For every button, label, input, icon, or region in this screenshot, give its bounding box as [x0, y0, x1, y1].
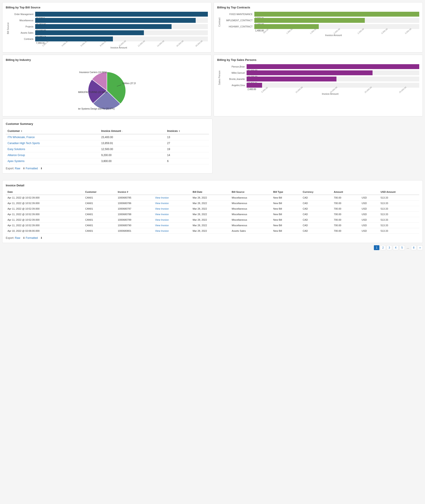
invoice-view-cell[interactable]: View Invoice	[153, 217, 191, 223]
contracts-panel: Billing by Top Contracts Contract FIXED …	[214, 2, 423, 53]
view-invoice-link[interactable]: View Invoice	[155, 202, 169, 205]
view-invoice-link[interactable]: View Invoice	[155, 230, 169, 232]
view-invoice-link[interactable]: View Invoice	[155, 219, 169, 221]
customer-export-formatted[interactable]: Formatted	[26, 167, 38, 170]
invoice-bill-type-cell: New Bill	[271, 228, 301, 234]
invoice-export-raw[interactable]: Raw	[15, 236, 20, 239]
bar-fill	[254, 12, 419, 17]
invoice-bill-date-cell: Mar 28, 2022	[191, 206, 230, 212]
invoice-amount-cell: 700.00	[332, 228, 360, 234]
invoice-usd-amount-cell: 513.33	[379, 195, 419, 200]
contracts-chart: Contract FIXED MAINTENANCE3,593.31IMPLEM…	[217, 12, 419, 37]
empty-panel-spacer	[215, 119, 423, 173]
customer-row: Canadian High Tech Sports13,859.9127	[6, 140, 209, 146]
invoice-amount-cell: 3,800.00	[100, 158, 165, 164]
bar-label: Order Management	[11, 13, 33, 15]
bar-label: Miscellaneous	[11, 19, 33, 22]
invoice-amount-cell: 700.00	[332, 206, 360, 212]
bar-container: 19,600.00	[246, 70, 419, 75]
page-8-btn[interactable]: 8	[411, 245, 417, 250]
invoice-date-cell: Apr 11, 2022 @ 10:52:39.000	[6, 212, 83, 217]
invoice-view-header	[153, 189, 191, 195]
bar-row: Miscellaneous15,359.96	[11, 18, 208, 23]
invoice-usd-cell: USD	[360, 206, 379, 212]
svg-text:Utilities (37.28%): Utilities (37.28%)	[122, 82, 136, 85]
svg-text:MANUFACTURING (22.08%): MANUFACTURING (22.08%)	[78, 91, 107, 93]
customer-sort-icon[interactable]: ⇕	[20, 130, 22, 132]
page-3-btn[interactable]: 3	[387, 245, 392, 250]
invoice-view-cell[interactable]: View Invoice	[153, 200, 191, 206]
bar-label: Angelini,Gina	[223, 84, 245, 86]
bar-container: 26,900.00	[246, 64, 419, 69]
invoice-view-cell[interactable]: View Invoice	[153, 223, 191, 228]
invoice-row: Apr 11, 2022 @ 10:52:39.000CAN0110006807…	[6, 217, 419, 223]
invoice-bill-date-cell: Mar 28, 2022	[191, 217, 230, 223]
bar-label: Pierson,Brian	[223, 66, 245, 68]
customer-name-cell: ITN Wholesale, France	[6, 134, 100, 140]
bar-row: Assets Sales10,406.64	[11, 30, 208, 35]
invoice-customer-cell: CAN01	[83, 206, 116, 212]
invoice-num-cell: 1000680788	[116, 212, 153, 217]
view-invoice-link[interactable]: View Invoice	[155, 207, 169, 210]
invoice-customer-cell: CAN01	[83, 223, 116, 228]
invoice-customer-cell: CAN01	[83, 200, 116, 206]
bar-container: 13,859.91	[246, 77, 419, 81]
invoice-date-header: Date	[6, 189, 83, 195]
bar-label: HIGHWAY_CONTRACT	[223, 26, 252, 28]
pagination-next-btn[interactable]: »	[417, 245, 423, 250]
bar-label: Projects	[11, 26, 33, 28]
sales-chart: Sales Person Pierson,Brian26,900.00Mille…	[217, 64, 419, 95]
page-5-btn[interactable]: 5	[399, 245, 405, 250]
invoice-view-cell[interactable]: View Invoice	[153, 228, 191, 234]
invoice-bill-date-cell: Mar 28, 2022	[191, 228, 230, 234]
contracts-title: Billing by Top Contracts	[217, 6, 419, 9]
invoice-view-cell[interactable]: View Invoice	[153, 206, 191, 212]
invoices-count-cell: 13	[165, 134, 209, 140]
invoice-num-header: Invoice #	[116, 189, 153, 195]
invoice-usd-amount-header: USD Amount	[379, 189, 419, 195]
invoices-col-header: Invoices ⇕	[165, 128, 209, 134]
invoice-view-cell[interactable]: View Invoice	[153, 212, 191, 217]
customer-col-header: Customer ⇕	[6, 128, 100, 134]
invoice-usd-header	[360, 189, 379, 195]
invoice-bill-type-header: Bill Type	[271, 189, 301, 195]
invoices-count-cell: 19	[165, 146, 209, 152]
view-invoice-link[interactable]: View Invoice	[155, 213, 169, 216]
bar-row: Projects13,100.00	[11, 24, 208, 29]
invoice-amount-cell: 700.00	[332, 217, 360, 223]
pagination: 1 2 3 4 5 … 8 »	[2, 245, 423, 250]
invoice-export-formatted[interactable]: Formatted	[26, 236, 38, 239]
bar-label: Miller,Samuel	[223, 72, 245, 74]
view-invoice-link[interactable]: View Invoice	[155, 196, 169, 199]
invoice-amount-sort-icon[interactable]: ↓	[122, 130, 123, 132]
invoice-row: Apr 11, 2022 @ 10:52:39.000CAN0110006807…	[6, 212, 419, 217]
bar-label: Assets Sales	[11, 32, 33, 34]
customer-export-raw[interactable]: Raw	[15, 167, 20, 170]
invoices-sort-icon[interactable]: ⇕	[179, 130, 180, 132]
invoice-currency-header: Currency	[301, 189, 332, 195]
invoice-bill-source-cell: Miscellaneous	[230, 206, 271, 212]
invoice-bill-date-cell: Mar 28, 2022	[191, 223, 230, 228]
page-2-btn[interactable]: 2	[380, 245, 386, 250]
customer-summary-title: Customer Summary	[6, 122, 209, 126]
invoice-bill-date-header: Bill Date	[191, 189, 230, 195]
bar-row: Pierson,Brian26,900.00	[223, 64, 419, 69]
invoices-count-cell: 27	[165, 140, 209, 146]
bill-source-bars-area: Order Management16,500.0Miscellaneous15,…	[11, 12, 208, 45]
bar-fill	[246, 77, 336, 81]
invoice-bill-type-cell: New Bill	[271, 206, 301, 212]
page-1-btn[interactable]: 1	[374, 245, 379, 250]
invoice-amount-cell: 700.00	[332, 223, 360, 228]
invoice-bill-type-cell: New Bill	[271, 195, 301, 200]
bar-row: Order Management16,500.0	[11, 12, 208, 17]
invoice-usd-cell: USD	[360, 217, 379, 223]
invoice-view-cell[interactable]: View Invoice	[153, 195, 191, 200]
invoice-num-cell: 1000680790	[116, 223, 153, 228]
view-invoice-link[interactable]: View Invoice	[155, 224, 169, 227]
bar-label: IMPLEMENT_CONTRACT	[223, 19, 252, 22]
svg-text:Insurance Carriers (14.66%): Insurance Carriers (14.66%)	[79, 71, 107, 73]
invoice-usd-amount-cell: 513.33	[379, 217, 419, 223]
invoice-currency-cell: CAD	[301, 223, 332, 228]
page-4-btn[interactable]: 4	[393, 245, 398, 250]
invoice-row: Apr 11, 2022 @ 10:52:39.000CAN0110006807…	[6, 200, 419, 206]
